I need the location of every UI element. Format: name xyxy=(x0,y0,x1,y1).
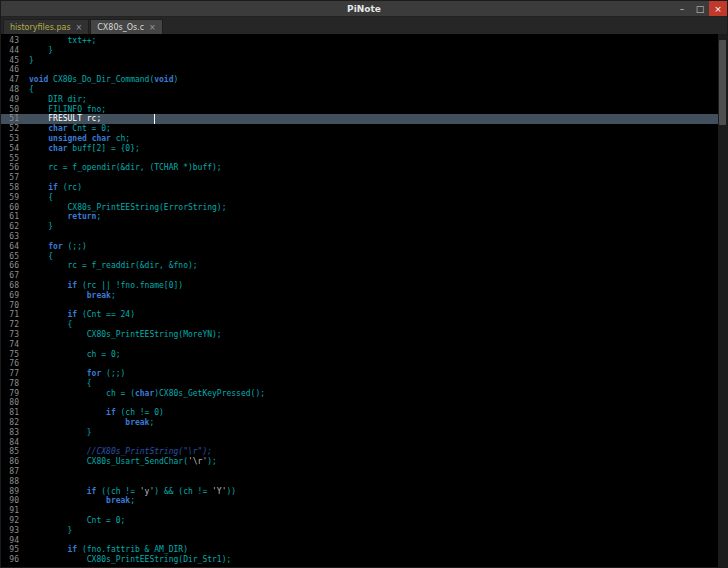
code-line-50[interactable]: 50 FILINFO fno; xyxy=(1,105,727,115)
code-area: 43 txt++;44 }45}4647void CX80s_Do_Dir_Co… xyxy=(1,36,727,565)
code-line-83[interactable]: 83 } xyxy=(1,428,727,438)
code-line-81[interactable]: 81 if (ch != 0) xyxy=(1,408,727,418)
code-line-71[interactable]: 71 if (Cnt == 24) xyxy=(1,310,727,320)
line-number: 84 xyxy=(1,438,19,448)
code-line-65[interactable]: 65 { xyxy=(1,252,727,262)
line-number: 54 xyxy=(1,144,19,154)
code-text: } xyxy=(29,56,34,66)
code-line-73[interactable]: 73 CX80s_PrintEEString(MoreYN); xyxy=(1,330,727,340)
code-line-84[interactable]: 84 xyxy=(1,438,727,448)
code-line-43[interactable]: 43 txt++; xyxy=(1,36,727,46)
code-text: } xyxy=(29,526,72,536)
code-line-45[interactable]: 45} xyxy=(1,56,727,66)
code-editor[interactable]: 43 txt++;44 }45}4647void CX80s_Do_Dir_Co… xyxy=(1,34,727,567)
line-number: 92 xyxy=(1,516,19,526)
code-text: CX80s_PrintEEString(Dir_Str1); xyxy=(29,555,231,565)
code-line-76[interactable]: 76 xyxy=(1,359,727,369)
code-line-44[interactable]: 44 } xyxy=(1,46,727,56)
code-text: } xyxy=(29,222,53,232)
code-line-47[interactable]: 47void CX80s_Do_Dir_Command(void) xyxy=(1,75,727,85)
titlebar[interactable]: PiNote – □ × xyxy=(1,1,727,17)
tab-historyfiles-pas[interactable]: historyfiles.pas× xyxy=(3,19,89,34)
code-line-90[interactable]: 90 break; xyxy=(1,496,727,506)
code-text: { xyxy=(29,85,34,95)
code-line-72[interactable]: 72 { xyxy=(1,320,727,330)
code-line-49[interactable]: 49 DIR dir; xyxy=(1,95,727,105)
code-text: CX80s_PrintEEString(MoreYN); xyxy=(29,330,222,340)
line-number: 68 xyxy=(1,281,19,291)
code-line-51[interactable]: 51 FRESULT rc; xyxy=(1,114,727,124)
line-number: 77 xyxy=(1,369,19,379)
code-line-70[interactable]: 70 xyxy=(1,301,727,311)
vertical-scrollbar[interactable] xyxy=(718,34,727,567)
line-number: 49 xyxy=(1,95,19,105)
code-line-56[interactable]: 56 rc = f_opendir(&dir, (TCHAR *)buff); xyxy=(1,163,727,173)
code-text: if (rc) xyxy=(29,183,82,193)
minimize-button[interactable]: – xyxy=(673,1,691,16)
code-line-87[interactable]: 87 xyxy=(1,467,727,477)
tab-close-icon[interactable]: × xyxy=(149,23,156,32)
code-line-93[interactable]: 93 } xyxy=(1,526,727,536)
close-button[interactable]: × xyxy=(709,1,727,16)
line-number: 62 xyxy=(1,222,19,232)
code-line-58[interactable]: 58 if (rc) xyxy=(1,183,727,193)
code-line-92[interactable]: 92 Cnt = 0; xyxy=(1,516,727,526)
code-line-48[interactable]: 48{ xyxy=(1,85,727,95)
code-text: return; xyxy=(29,212,101,222)
maximize-button[interactable]: □ xyxy=(691,1,709,16)
code-line-95[interactable]: 95 if (fno.fattrib & AM_DIR) xyxy=(1,545,727,555)
code-line-89[interactable]: 89 if ((ch != 'y') && (ch != 'Y')) xyxy=(1,487,727,497)
line-number: 56 xyxy=(1,163,19,173)
code-line-57[interactable]: 57 xyxy=(1,173,727,183)
code-line-63[interactable]: 63 xyxy=(1,232,727,242)
line-number: 61 xyxy=(1,212,19,222)
tab-close-icon[interactable]: × xyxy=(76,23,83,32)
code-line-69[interactable]: 69 break; xyxy=(1,291,727,301)
code-text: if (Cnt == 24) xyxy=(29,310,135,320)
line-number: 72 xyxy=(1,320,19,330)
code-line-82[interactable]: 82 break; xyxy=(1,418,727,428)
line-number: 43 xyxy=(1,36,19,46)
code-line-55[interactable]: 55 xyxy=(1,154,727,164)
code-line-59[interactable]: 59 { xyxy=(1,193,727,203)
line-number: 60 xyxy=(1,203,19,213)
code-line-86[interactable]: 86 CX80s_Usart_SendChar('\r'); xyxy=(1,457,727,467)
code-line-94[interactable]: 94 xyxy=(1,536,727,546)
window-title: PiNote xyxy=(1,4,727,14)
code-line-96[interactable]: 96 CX80s_PrintEEString(Dir_Str1); xyxy=(1,555,727,565)
tab-bar: historyfiles.pas×CX80s_Os.c× xyxy=(1,17,727,34)
code-line-46[interactable]: 46 xyxy=(1,65,727,75)
code-line-85[interactable]: 85 //CX80s_PrintString("\r"); xyxy=(1,447,727,457)
code-line-52[interactable]: 52 char Cnt = 0; xyxy=(1,124,727,134)
window-controls: – □ × xyxy=(673,1,727,16)
tab-cx80s-os-c[interactable]: CX80s_Os.c× xyxy=(90,19,163,34)
code-line-75[interactable]: 75 ch = 0; xyxy=(1,350,727,360)
line-number: 82 xyxy=(1,418,19,428)
code-line-80[interactable]: 80 xyxy=(1,398,727,408)
code-line-62[interactable]: 62 } xyxy=(1,222,727,232)
code-text: char buff[2] = {0}; xyxy=(29,144,140,154)
code-line-77[interactable]: 77 for (;;) xyxy=(1,369,727,379)
code-line-88[interactable]: 88 xyxy=(1,477,727,487)
line-number: 59 xyxy=(1,193,19,203)
code-line-79[interactable]: 79 ch = (char)CX80s_GetKeyPressed(); xyxy=(1,389,727,399)
code-text: rc = f_opendir(&dir, (TCHAR *)buff); xyxy=(29,163,222,173)
code-line-53[interactable]: 53 unsigned char ch; xyxy=(1,134,727,144)
code-line-54[interactable]: 54 char buff[2] = {0}; xyxy=(1,144,727,154)
code-line-61[interactable]: 61 return; xyxy=(1,212,727,222)
code-text: break; xyxy=(29,291,116,301)
code-line-68[interactable]: 68 if (rc || !fno.fname[0]) xyxy=(1,281,727,291)
code-text: for (;;) xyxy=(29,369,125,379)
code-text: break; xyxy=(29,496,135,506)
code-line-78[interactable]: 78 { xyxy=(1,379,727,389)
scrollbar-thumb[interactable] xyxy=(719,40,726,125)
code-text: txt++; xyxy=(29,36,96,46)
code-line-67[interactable]: 67 xyxy=(1,271,727,281)
app-window: PiNote – □ × historyfiles.pas×CX80s_Os.c… xyxy=(0,0,728,568)
code-line-64[interactable]: 64 for (;;) xyxy=(1,242,727,252)
code-line-74[interactable]: 74 xyxy=(1,340,727,350)
code-line-91[interactable]: 91 xyxy=(1,506,727,516)
code-line-66[interactable]: 66 rc = f_readdir(&dir, &fno); xyxy=(1,261,727,271)
code-line-60[interactable]: 60 CX80s_PrintEEString(ErrorString); xyxy=(1,203,727,213)
line-number: 76 xyxy=(1,359,19,369)
